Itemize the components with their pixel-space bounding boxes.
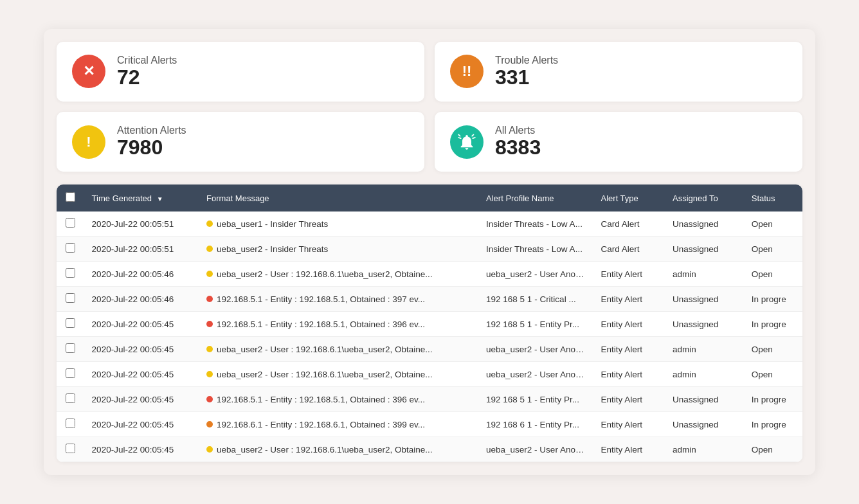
row-assigned: Unassigned [666,412,745,437]
row-message: ueba_user2 - Insider Threats [200,237,480,262]
row-checkbox[interactable] [57,262,86,287]
row-checkbox[interactable] [57,287,86,312]
row-type: Card Alert [595,212,667,237]
svg-line-3 [458,138,461,138]
severity-dot [206,421,213,428]
header-message[interactable]: Format Message [200,184,480,212]
row-time: 2020-Jul-22 00:05:45 [86,387,200,412]
row-select-checkbox[interactable] [66,419,75,428]
row-profile: ueba_user2 - User Anoma... [480,437,594,462]
row-checkbox[interactable] [57,337,86,362]
table-header-row: Time Generated ▼ Format Message Alert Pr… [57,184,802,212]
trouble-info: Trouble Alerts 331 [495,55,558,89]
row-message: 192.168.5.1 - Entity : 192.168.5.1, Obta… [200,312,480,337]
row-status: In progre [745,387,802,412]
table-row[interactable]: 2020-Jul-22 00:05:45 192.168.5.1 - Entit… [57,387,802,412]
row-select-checkbox[interactable] [66,243,75,253]
row-select-checkbox[interactable] [66,268,75,278]
severity-dot [206,221,213,227]
all-alerts-card[interactable]: All Alerts 8383 [435,112,802,172]
row-select-checkbox[interactable] [66,368,75,378]
row-checkbox[interactable] [57,387,86,412]
row-time: 2020-Jul-22 00:05:45 [86,312,200,337]
row-time: 2020-Jul-22 00:05:46 [86,287,200,312]
row-checkbox[interactable] [57,437,86,462]
critical-icon: ✕ [72,55,105,88]
row-type: Entity Alert [595,362,667,387]
svg-line-0 [472,134,473,136]
table-row[interactable]: 2020-Jul-22 00:05:46 ueba_user2 - User :… [57,262,802,287]
row-message: ueba_user1 - Insider Threats [200,212,480,237]
critical-alerts-card[interactable]: ✕ Critical Alerts 72 [57,42,424,102]
row-checkbox[interactable] [57,312,86,337]
row-assigned: Unassigned [666,287,745,312]
row-select-checkbox[interactable] [66,444,75,453]
trouble-alerts-card[interactable]: !! Trouble Alerts 331 [435,42,802,102]
row-status: Open [745,437,802,462]
header-status[interactable]: Status [745,184,802,212]
attention-label: Attention Alerts [117,125,186,136]
severity-dot [206,296,213,302]
row-select-checkbox[interactable] [66,293,75,303]
header-checkbox[interactable] [57,184,86,212]
row-type: Entity Alert [595,412,667,437]
message-text: 192.168.6.1 - Entity : 192.168.6.1, Obta… [217,420,425,429]
attention-value: 7980 [117,136,186,159]
header-type[interactable]: Alert Type [595,184,667,212]
row-profile: ueba_user2 - User Anoma... [480,362,594,387]
row-select-checkbox[interactable] [66,393,75,403]
header-profile[interactable]: Alert Profile Name [480,184,594,212]
row-type: Entity Alert [595,287,667,312]
sort-arrow-icon: ▼ [157,195,163,203]
row-message: ueba_user2 - User : 192.168.6.1\ueba_use… [200,362,480,387]
svg-line-1 [473,138,475,138]
table-row[interactable]: 2020-Jul-22 00:05:45 ueba_user2 - User :… [57,362,802,387]
row-select-checkbox[interactable] [66,343,75,353]
row-select-checkbox[interactable] [66,218,75,228]
trouble-label: Trouble Alerts [495,55,558,66]
alerts-table-wrapper: Time Generated ▼ Format Message Alert Pr… [57,184,802,462]
row-assigned: admin [666,362,745,387]
row-type: Entity Alert [595,262,667,287]
message-text: ueba_user2 - User : 192.168.6.1\ueba_use… [217,269,432,279]
row-time: 2020-Jul-22 00:05:45 [86,412,200,437]
severity-dot [206,346,213,352]
row-status: Open [745,337,802,362]
table-row[interactable]: 2020-Jul-22 00:05:51 ueba_user1 - Inside… [57,212,802,237]
table-row[interactable]: 2020-Jul-22 00:05:51 ueba_user2 - Inside… [57,237,802,262]
header-assigned[interactable]: Assigned To [666,184,745,212]
row-type: Entity Alert [595,337,667,362]
severity-dot [206,396,213,402]
table-row[interactable]: 2020-Jul-22 00:05:46 192.168.5.1 - Entit… [57,287,802,312]
row-assigned: Unassigned [666,387,745,412]
row-checkbox[interactable] [57,212,86,237]
severity-dot [206,446,213,453]
critical-value: 72 [117,66,177,89]
row-message: 192.168.5.1 - Entity : 192.168.5.1, Obta… [200,287,480,312]
message-text: ueba_user2 - User : 192.168.6.1\ueba_use… [217,445,432,455]
row-status: In progre [745,312,802,337]
attention-alerts-card[interactable]: ! Attention Alerts 7980 [57,112,424,172]
header-time[interactable]: Time Generated ▼ [86,184,200,212]
row-select-checkbox[interactable] [66,318,75,328]
table-row[interactable]: 2020-Jul-22 00:05:45 ueba_user2 - User :… [57,337,802,362]
row-time: 2020-Jul-22 00:05:46 [86,262,200,287]
row-type: Entity Alert [595,387,667,412]
row-checkbox[interactable] [57,362,86,387]
row-assigned: admin [666,262,745,287]
table-row[interactable]: 2020-Jul-22 00:05:45 ueba_user2 - User :… [57,437,802,462]
select-all-checkbox[interactable] [66,192,75,202]
severity-dot [206,371,213,377]
row-type: Entity Alert [595,437,667,462]
critical-label: Critical Alerts [117,55,177,66]
table-row[interactable]: 2020-Jul-22 00:05:45 192.168.6.1 - Entit… [57,412,802,437]
all-alerts-icon [450,125,484,159]
message-text: ueba_user2 - User : 192.168.6.1\ueba_use… [217,370,432,379]
row-message: ueba_user2 - User : 192.168.6.1\ueba_use… [200,337,480,362]
all-value: 8383 [495,136,541,159]
severity-dot [206,321,213,327]
trouble-icon: !! [450,55,484,88]
row-checkbox[interactable] [57,237,86,262]
row-checkbox[interactable] [57,412,86,437]
table-row[interactable]: 2020-Jul-22 00:05:45 192.168.5.1 - Entit… [57,312,802,337]
